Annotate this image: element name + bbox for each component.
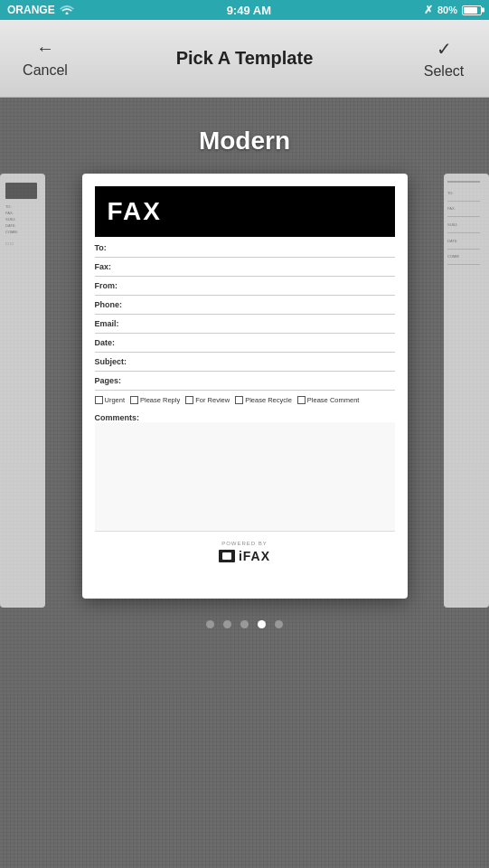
field-label-fax: Fax: bbox=[95, 262, 140, 271]
status-time: 9:49 AM bbox=[227, 4, 271, 17]
carrier-label: ORANGE bbox=[7, 4, 55, 16]
checkbox-urgent-box bbox=[95, 396, 103, 404]
nav-bar: ← Cancel Pick A Template ✓ Select bbox=[0, 20, 489, 98]
fax-header: FAX bbox=[95, 186, 395, 237]
field-label-subject: Subject: bbox=[95, 357, 140, 366]
fax-comments-label: Comments: bbox=[82, 410, 408, 422]
cancel-label: Cancel bbox=[23, 62, 68, 79]
select-button[interactable]: ✓ Select bbox=[399, 20, 489, 98]
fax-field-subject: Subject: bbox=[95, 353, 395, 372]
checkbox-review-box bbox=[185, 396, 193, 404]
checkmark-icon: ✓ bbox=[437, 38, 452, 60]
dot-5[interactable] bbox=[275, 620, 283, 628]
ifax-text: iFAX bbox=[239, 549, 270, 563]
ifax-logo: iFAX bbox=[219, 549, 270, 563]
dot-4[interactable] bbox=[258, 620, 266, 628]
page-title: Pick A Template bbox=[90, 48, 399, 69]
fax-field-from: From: bbox=[95, 277, 395, 296]
field-label-date: Date: bbox=[95, 338, 140, 347]
battery-label: 80% bbox=[437, 5, 457, 15]
checkbox-for-review: For Review bbox=[185, 396, 230, 404]
select-label: Select bbox=[424, 63, 464, 80]
fax-field-phone: Phone: bbox=[95, 296, 395, 315]
checkbox-please-recycle: Please Recycle bbox=[235, 396, 292, 404]
field-label-phone: Phone: bbox=[95, 300, 140, 309]
fax-field-to: To: bbox=[95, 239, 395, 258]
fax-checkboxes: Urgent Please Reply For Review Please Re… bbox=[82, 391, 408, 410]
side-card-left[interactable]: TO: FAX: SUBJ: DATE: COMM: ☐ ☐ bbox=[0, 174, 45, 608]
fax-title: FAX bbox=[108, 197, 162, 225]
fax-template-card: FAX To: Fax: From: Phone: bbox=[82, 174, 408, 599]
checkbox-please-reply: Please Reply bbox=[130, 396, 180, 404]
dot-1[interactable] bbox=[206, 620, 214, 628]
checkbox-reply-box bbox=[130, 396, 138, 404]
status-right: ✗ 80% bbox=[424, 4, 482, 16]
fax-field-fax: Fax: bbox=[95, 258, 395, 277]
status-bar: ORANGE 9:49 AM ✗ 80% bbox=[0, 0, 489, 20]
template-name: Modern bbox=[199, 127, 290, 156]
fax-field-email: Email: bbox=[95, 315, 395, 334]
fax-fields: To: Fax: From: Phone: Email: bbox=[82, 237, 408, 391]
pagination-dots bbox=[206, 620, 283, 628]
cancel-button[interactable]: ← Cancel bbox=[0, 20, 90, 98]
battery-icon bbox=[462, 5, 482, 15]
field-label-email: Email: bbox=[95, 319, 140, 328]
field-label-pages: Pages: bbox=[95, 376, 140, 385]
field-label-to: To: bbox=[95, 243, 140, 252]
fax-comments-area bbox=[95, 422, 395, 531]
field-label-from: From: bbox=[95, 281, 140, 290]
checkbox-recycle-box bbox=[235, 396, 243, 404]
checkbox-urgent: Urgent bbox=[95, 396, 126, 404]
dot-2[interactable] bbox=[223, 620, 231, 628]
content-area: Modern TO: FAX: SUBJ: DATE: COMM: ☐ ☐ FA… bbox=[0, 98, 489, 868]
bluetooth-icon: ✗ bbox=[424, 4, 433, 16]
dot-3[interactable] bbox=[240, 620, 249, 628]
checkbox-comment-box bbox=[297, 396, 306, 404]
side-card-right[interactable]: TO: FAX: SUBJ: DATE: COMM bbox=[444, 174, 489, 608]
ifax-icon bbox=[219, 550, 235, 562]
wifi-icon bbox=[60, 4, 74, 17]
powered-by-label: POWERED BY bbox=[221, 541, 268, 546]
fax-footer: POWERED BY iFAX bbox=[95, 531, 395, 572]
checkbox-please-comment: Please Comment bbox=[297, 396, 360, 404]
status-left: ORANGE bbox=[7, 4, 74, 17]
template-carousel[interactable]: TO: FAX: SUBJ: DATE: COMM: ☐ ☐ FAX To: bbox=[0, 174, 489, 599]
fax-field-pages: Pages: bbox=[95, 372, 395, 391]
fax-field-date: Date: bbox=[95, 334, 395, 353]
back-arrow-icon: ← bbox=[36, 38, 54, 59]
